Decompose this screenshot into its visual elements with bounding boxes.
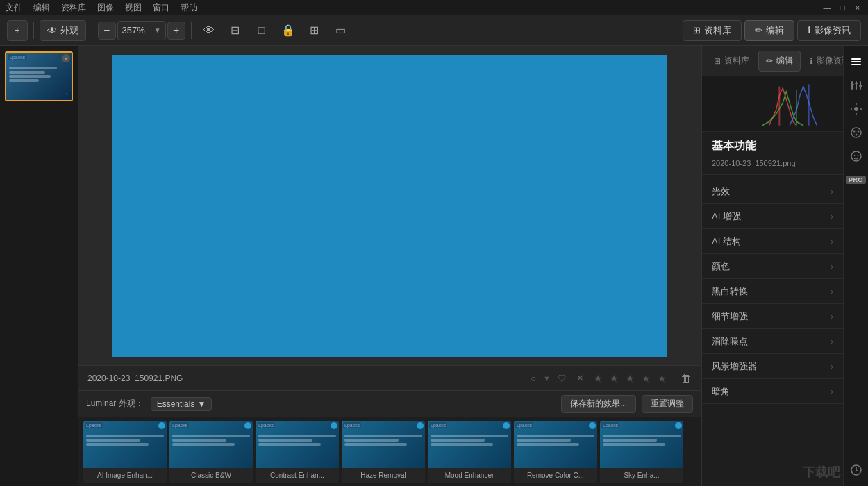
grid-button[interactable]: ⊞ <box>303 20 326 41</box>
tool-ai-structure[interactable]: AI 结构 › <box>702 229 843 254</box>
menu-view[interactable]: 视图 <box>125 2 142 14</box>
info-icon: ℹ <box>808 25 811 35</box>
close-button[interactable]: × <box>853 3 862 12</box>
preset-ai-image[interactable]: Lpacks AI Image Enhan... <box>83 421 167 483</box>
divider-2 <box>92 22 92 39</box>
preset-remove-color[interactable]: Lpacks Remove Color C... <box>514 421 597 483</box>
menu-file[interactable]: 文件 <box>6 2 22 14</box>
star-5[interactable]: ★ <box>658 373 667 384</box>
toolbar: + 👁 外观 − 357% ▼ + 👁 ⊟ □ 🔒 ⊞ ▭ ⊞ 资料库 ✏ 编辑… <box>0 15 868 46</box>
title-bar: 文件 编辑 资料库 图像 视图 窗口 帮助 — □ × <box>0 0 868 15</box>
thumbnail-item[interactable]: Lpacks × 1 <box>5 51 73 101</box>
preset-thumb-remove-color: Lpacks <box>514 421 597 468</box>
preset-name-remove-color: Remove Color C... <box>514 468 597 483</box>
tool-bw[interactable]: 黑白转换 › <box>702 279 843 304</box>
tool-ai-enhance[interactable]: AI 增强 › <box>702 204 843 229</box>
face-icon[interactable] <box>846 146 867 167</box>
tool-denoise-arrow: › <box>831 337 833 346</box>
clock-icon[interactable] <box>846 460 867 480</box>
tool-ai-enhance-arrow: › <box>831 212 833 221</box>
maximize-button[interactable]: □ <box>837 3 847 12</box>
window-controls[interactable]: — □ × <box>822 3 862 12</box>
zoom-plus-button[interactable]: + <box>167 22 185 40</box>
star-3[interactable]: ★ <box>626 373 635 384</box>
right-tab-library[interactable]: ⊞ 资料库 <box>706 51 757 72</box>
minimize-button[interactable]: — <box>822 3 832 12</box>
favorite-button[interactable]: ♡ <box>558 373 567 384</box>
preset-thumb-sky: Lpacks <box>600 421 683 468</box>
star-1[interactable]: ★ <box>594 373 603 384</box>
svg-rect-5 <box>851 64 861 65</box>
right-panel: ⊞ 资料库 ✏ 编辑 ℹ 影像资讯 <box>701 46 868 486</box>
reject-button[interactable]: ✕ <box>576 373 584 383</box>
frame-button[interactable]: ▭ <box>329 20 353 41</box>
right-tab-info[interactable]: ℹ 影像资讯 <box>802 51 843 72</box>
canvas-viewport[interactable] <box>78 46 701 365</box>
right-header: ⊞ 资料库 ✏ 编辑 ℹ 影像资讯 <box>702 46 843 76</box>
reset-adjustments-button[interactable]: 重置调整 <box>642 395 693 413</box>
tool-ai-structure-arrow: › <box>831 237 833 246</box>
zoom-minus-button[interactable]: − <box>98 22 116 40</box>
tool-light-label: 光效 <box>712 185 831 198</box>
tab-info[interactable]: ℹ 影像资讯 <box>797 20 861 41</box>
zoom-display: 357% ▼ <box>117 21 166 40</box>
svg-point-18 <box>853 131 855 133</box>
presets-actions: 保存新的效果... 重置调整 <box>561 395 693 413</box>
right-tab-edit[interactable]: ✏ 编辑 <box>758 51 801 72</box>
tool-landscape[interactable]: 风景增强器 › <box>702 354 843 379</box>
menu-image[interactable]: 图像 <box>97 2 114 14</box>
compare-button[interactable]: ⊟ <box>224 20 247 41</box>
divider-1 <box>33 22 34 39</box>
histogram-chart <box>708 81 837 128</box>
tool-light[interactable]: 光效 › <box>702 179 843 204</box>
lock-button[interactable]: 🔒 <box>276 20 300 41</box>
preset-name-ai-image: AI Image Enhan... <box>83 468 167 483</box>
menu-window[interactable]: 窗口 <box>153 2 169 14</box>
tool-denoise[interactable]: 消除噪点 › <box>702 329 843 354</box>
presets-bar: Luminar 外观： Essentials ▼ 保存新的效果... 重置调整 <box>78 390 701 417</box>
right-content: ⊞ 资料库 ✏ 编辑 ℹ 影像资讯 <box>702 46 843 486</box>
sliders-icon[interactable] <box>846 75 867 96</box>
tab-library[interactable]: ⊞ 资料库 <box>683 20 742 41</box>
tool-vignette[interactable]: 暗角 › <box>702 379 843 404</box>
tool-color[interactable]: 颜色 › <box>702 254 843 279</box>
add-button[interactable]: + <box>7 20 28 41</box>
delete-button[interactable]: 🗑 <box>681 372 692 385</box>
preview-button[interactable]: 👁 <box>197 20 221 41</box>
preset-classic-bw[interactable]: Lpacks Classic B&W <box>169 421 253 483</box>
section-title: 基本功能 <box>702 132 843 158</box>
svg-rect-9 <box>851 84 854 85</box>
menu-library[interactable]: 资料库 <box>61 2 86 14</box>
layers-icon[interactable] <box>846 51 867 72</box>
sun-icon[interactable] <box>846 99 867 119</box>
star-4[interactable]: ★ <box>642 373 651 384</box>
star-2[interactable]: ★ <box>610 373 619 384</box>
save-preset-button[interactable]: 保存新的效果... <box>561 395 636 413</box>
crop-button[interactable]: □ <box>250 20 274 41</box>
preset-mood[interactable]: Lpacks Mood Enhancer <box>428 421 511 483</box>
presets-label: Luminar 外观： <box>86 398 144 410</box>
edit-tab-icon: ✏ <box>766 56 773 66</box>
preset-contrast[interactable]: Lpacks Contrast Enhan... <box>256 421 339 483</box>
menu-bar[interactable]: 文件 编辑 资料库 图像 视图 窗口 帮助 <box>6 2 197 14</box>
presets-dropdown[interactable]: Essentials ▼ <box>151 397 212 411</box>
pro-badge-icon[interactable]: PRO <box>846 169 867 190</box>
zoom-dropdown-icon[interactable]: ▼ <box>154 26 161 34</box>
preset-haze[interactable]: Lpacks Haze Removal <box>342 421 425 483</box>
flag-dropdown[interactable]: ▼ <box>543 374 551 383</box>
tool-detail[interactable]: 细节增强 › <box>702 304 843 329</box>
tool-ai-structure-label: AI 结构 <box>712 235 831 248</box>
preset-sky[interactable]: Lpacks Sky Enha... <box>600 421 683 483</box>
tab-edit[interactable]: ✏ 编辑 <box>744 20 794 41</box>
plus-icon: + <box>15 25 20 35</box>
right-sidebar-icons: PRO <box>843 46 868 486</box>
view-button[interactable]: 👁 外观 <box>40 20 86 41</box>
menu-edit[interactable]: 编辑 <box>33 2 50 14</box>
flag-button[interactable]: ○ <box>531 373 536 384</box>
view-icon: 👁 <box>47 25 57 36</box>
palette-icon[interactable] <box>846 122 867 143</box>
tool-ai-enhance-label: AI 增强 <box>712 210 831 223</box>
thumb-close-button[interactable]: × <box>62 54 70 62</box>
svg-rect-7 <box>856 81 857 90</box>
menu-help[interactable]: 帮助 <box>181 2 197 14</box>
